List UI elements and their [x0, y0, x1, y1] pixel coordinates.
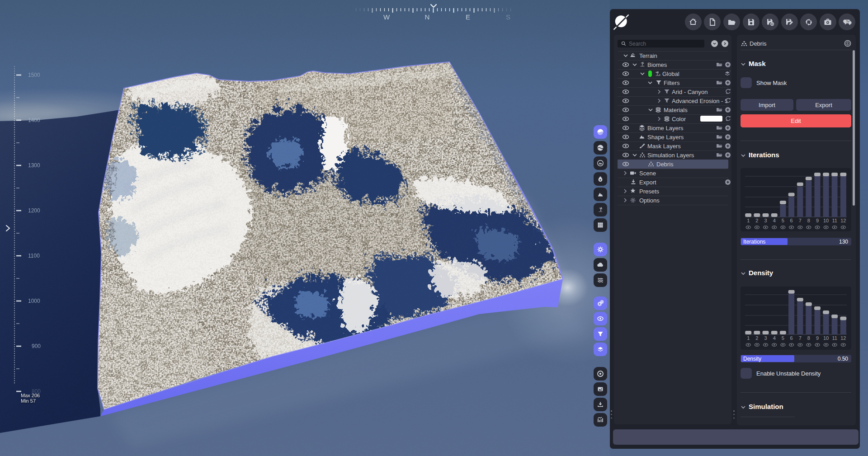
svg-text:5: 5 — [782, 218, 784, 223]
svg-text:W: W — [383, 13, 390, 21]
svg-text:7: 7 — [799, 218, 802, 223]
svg-text:6: 6 — [790, 218, 793, 223]
svg-text:12: 12 — [840, 218, 846, 223]
svg-text:1100: 1100 — [28, 253, 40, 259]
svg-text:4: 4 — [773, 218, 776, 223]
svg-text:Max 206: Max 206 — [21, 393, 40, 398]
svg-text:3: 3 — [764, 335, 767, 341]
svg-text:1300: 1300 — [28, 162, 40, 169]
svg-text:5: 5 — [782, 335, 784, 341]
svg-text:8: 8 — [807, 218, 810, 223]
svg-text:2: 2 — [755, 218, 758, 223]
svg-text:2: 2 — [755, 335, 758, 341]
svg-text:1200: 1200 — [28, 207, 40, 214]
svg-text:7: 7 — [799, 335, 802, 341]
svg-text:10: 10 — [823, 335, 829, 341]
svg-text:12: 12 — [840, 335, 846, 341]
svg-text:6: 6 — [790, 335, 793, 341]
svg-text:9: 9 — [816, 335, 819, 341]
svg-text:10: 10 — [823, 218, 829, 223]
svg-text:E: E — [466, 13, 470, 21]
svg-text:1400: 1400 — [28, 117, 40, 123]
svg-text:8: 8 — [807, 335, 810, 341]
svg-text:9: 9 — [816, 218, 819, 223]
svg-text:1000: 1000 — [28, 298, 40, 304]
svg-text:?: ? — [846, 20, 848, 23]
svg-text:900: 900 — [32, 343, 41, 349]
svg-text:1: 1 — [747, 218, 750, 223]
svg-text:11: 11 — [832, 335, 837, 341]
svg-text:11: 11 — [832, 218, 837, 223]
svg-text:Min 57: Min 57 — [21, 398, 36, 404]
svg-text:1: 1 — [747, 335, 750, 341]
svg-text:N: N — [425, 13, 430, 21]
svg-text:1500: 1500 — [28, 72, 40, 78]
svg-text:S: S — [506, 13, 510, 21]
svg-text:3: 3 — [764, 218, 767, 223]
svg-text:4: 4 — [773, 335, 776, 341]
